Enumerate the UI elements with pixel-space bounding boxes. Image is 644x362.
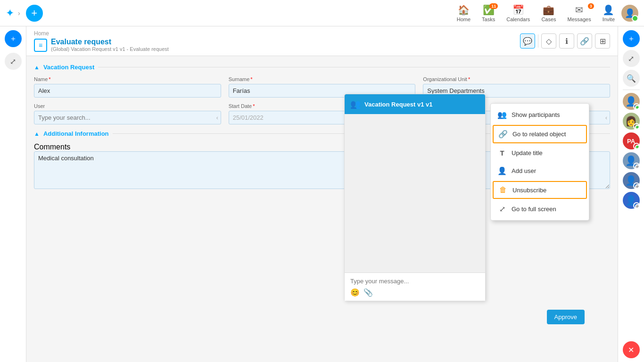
- fullscreen-icon: ⤢: [497, 205, 507, 214]
- context-menu: 👥 Show participants 🔗 Go to related obje…: [490, 103, 589, 221]
- chat-footer: 😊 📎: [345, 272, 485, 301]
- show-participants-icon: 👥: [497, 110, 507, 119]
- sidebar-avatar-3[interactable]: PA: [623, 132, 640, 149]
- messages-badge: 3: [588, 3, 594, 9]
- right-sidebar-close-btn[interactable]: ✕: [623, 341, 640, 358]
- vacation-request-section-header: ▲ Vacation Request: [34, 64, 610, 71]
- chat-panel: 👥 Vacation Request v1 v1 😊 📎: [344, 94, 486, 301]
- nav-item-home[interactable]: 🏠 Home: [452, 2, 475, 24]
- context-menu-add-user[interactable]: 👤 Add user: [491, 162, 589, 180]
- sidebar-avatar-4[interactable]: 👤: [623, 152, 640, 169]
- breadcrumb: Home: [34, 30, 520, 37]
- name-label: Name*: [34, 76, 221, 82]
- user-label: User: [34, 103, 221, 109]
- home-icon: 🏠: [458, 4, 470, 16]
- user-field-group: User ‹: [34, 103, 221, 124]
- info-button[interactable]: ℹ: [559, 33, 574, 49]
- tasks-badge: 11: [489, 3, 498, 9]
- header-bar: Home ≡ Evaluate request (Global) Vacatio…: [26, 26, 618, 56]
- content-area: Home ≡ Evaluate request (Global) Vacatio…: [26, 26, 618, 362]
- right-sidebar-add-btn[interactable]: ＋: [623, 30, 640, 47]
- form-area: ▲ Vacation Request Name* Surname*: [26, 56, 618, 362]
- context-menu-unsubscribe[interactable]: 🗑 Unsubscribe: [493, 181, 587, 199]
- chat-header-icon: 👥: [350, 99, 361, 109]
- unsubscribe-label: Unsubscribe: [512, 187, 546, 194]
- context-menu-fullscreen[interactable]: ⤢ Go to full screen: [491, 200, 589, 218]
- surname-label: Surname*: [229, 76, 416, 82]
- chat-panel-header: 👥 Vacation Request v1 v1: [345, 94, 485, 114]
- sidebar-avatar-5[interactable]: 👤: [623, 172, 640, 189]
- vacation-request-section-title: Vacation Request: [43, 64, 94, 71]
- chat-attach-icon[interactable]: 📎: [363, 288, 373, 297]
- add-user-label: Add user: [512, 167, 536, 174]
- right-sidebar-search-btn[interactable]: 🔍: [623, 70, 640, 87]
- name-input[interactable]: [34, 84, 221, 98]
- messages-icon: ✉: [575, 4, 583, 16]
- chat-button[interactable]: 💬: [520, 33, 535, 49]
- header-actions: 💬 ◇ ℹ 🔗 ⊞: [520, 33, 610, 49]
- section-collapse-toggle[interactable]: ▲: [34, 64, 40, 71]
- grid-button[interactable]: ⊞: [595, 33, 610, 49]
- invite-icon: 👤: [603, 4, 614, 16]
- sidebar-avatar-2[interactable]: 👩: [623, 113, 640, 130]
- name-surname-org-row: Name* Surname* Organizational Unit*: [34, 76, 610, 98]
- update-title-icon: T: [497, 149, 507, 157]
- cases-icon: 💼: [543, 4, 554, 16]
- comments-label: Comments: [34, 143, 70, 151]
- name-field-group: Name*: [34, 76, 221, 98]
- nav-item-cases-label: Cases: [541, 16, 556, 22]
- diamond-button[interactable]: ◇: [541, 33, 556, 49]
- go-to-related-label: Go to related object: [512, 131, 566, 138]
- nav-items: 🏠 Home 11 ✅ Tasks 📅 Calendars 💼 Cases 3 …: [452, 2, 638, 24]
- left-sidebar-expand-btn[interactable]: ＋: [5, 30, 22, 47]
- user-search-input[interactable]: [34, 111, 221, 124]
- context-menu-update-title[interactable]: T Update title: [491, 144, 589, 162]
- nav-item-tasks-label: Tasks: [482, 16, 495, 22]
- nav-item-messages[interactable]: 3 ✉ Messages: [563, 2, 596, 24]
- page-icon: ≡: [34, 39, 47, 52]
- user-avatar[interactable]: 👤: [621, 5, 638, 22]
- context-menu-go-to-related[interactable]: 🔗 Go to related object: [493, 125, 587, 143]
- calendars-icon: 📅: [512, 4, 524, 16]
- org-unit-label: Organizational Unit*: [423, 76, 610, 82]
- right-sidebar: ＋ ⤢ 🔍 👤 👩 PA 👤 👤 👤: [618, 26, 644, 362]
- add-button[interactable]: +: [26, 5, 43, 22]
- chat-body: [345, 114, 485, 272]
- page-subtitle: (Global) Vacation Request v1 v1 - Evalua…: [51, 46, 169, 52]
- chat-message-input[interactable]: [350, 278, 479, 285]
- sidebar-divider-1: [623, 90, 640, 90]
- link-button[interactable]: 🔗: [577, 33, 592, 49]
- right-sidebar-external-btn[interactable]: ⤢: [623, 50, 640, 67]
- chat-footer-actions: 😊 📎: [350, 288, 479, 297]
- user-clear-icon[interactable]: ‹: [216, 115, 218, 121]
- nav-item-messages-label: Messages: [568, 16, 591, 22]
- add-user-icon: 👤: [497, 166, 507, 175]
- show-participants-label: Show participants: [512, 111, 560, 118]
- left-sidebar: ＋ ⤢: [0, 26, 26, 362]
- page-title: Evaluate request: [51, 38, 169, 46]
- unsubscribe-icon: 🗑: [498, 186, 508, 194]
- chat-emoji-icon[interactable]: 😊: [350, 288, 360, 297]
- approve-button[interactable]: Approve: [547, 310, 585, 324]
- left-sidebar-external-link-btn[interactable]: ⤢: [5, 53, 22, 70]
- update-title-label: Update title: [512, 149, 543, 156]
- nav-item-invite[interactable]: 👤 Invite: [598, 2, 619, 24]
- sidebar-avatar-1[interactable]: 👤: [623, 93, 640, 110]
- end-date-clear-icon[interactable]: ‹: [605, 115, 607, 121]
- nav-item-invite-label: Invite: [603, 16, 615, 22]
- nav-item-calendars[interactable]: 📅 Calendars: [502, 2, 535, 24]
- context-menu-show-participants[interactable]: 👥 Show participants: [491, 106, 589, 124]
- go-to-related-icon: 🔗: [498, 130, 508, 139]
- additional-info-section-title: Additional Information: [43, 130, 109, 137]
- go-to-fullscreen-label: Go to full screen: [512, 206, 556, 213]
- sidebar-avatar-6[interactable]: 👤: [623, 192, 640, 209]
- app-logo-icon: ✦: [6, 7, 14, 19]
- nav-item-cases[interactable]: 💼 Cases: [537, 2, 561, 24]
- nav-item-calendars-label: Calendars: [506, 16, 530, 22]
- nav-breadcrumb-arrow: ›: [18, 9, 20, 17]
- additional-info-collapse-toggle[interactable]: ▲: [34, 131, 40, 137]
- chat-panel-title: Vacation Request v1 v1: [364, 101, 433, 108]
- nav-item-tasks[interactable]: 11 ✅ Tasks: [477, 2, 500, 24]
- top-navigation: ✦ › + 🏠 Home 11 ✅ Tasks 📅 Calendars 💼 Ca…: [0, 0, 644, 26]
- user-search-wrapper: ‹: [34, 111, 221, 124]
